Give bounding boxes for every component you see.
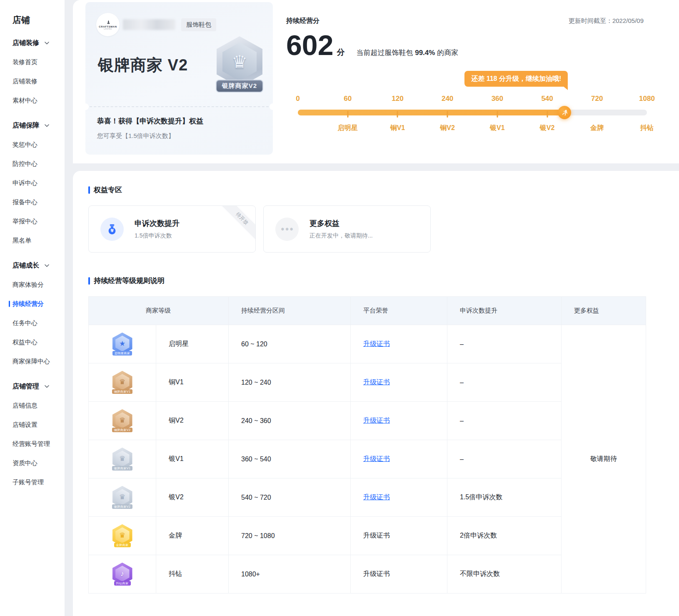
sidebar-item-12[interactable]: 商家体验分	[12, 275, 65, 294]
benefit-card-desc: 正在开发中，敬请期待...	[310, 232, 373, 240]
sidebar-item-3[interactable]: 素材中心	[12, 91, 65, 110]
sidebar-item-20[interactable]: 经营账号管理	[12, 434, 65, 453]
sidebar-group-0[interactable]: 店铺装修	[12, 33, 65, 53]
progress-level-label-5: 金牌	[590, 124, 604, 133]
shop-avatar: CRAFTSMAN LAONU	[96, 13, 120, 36]
chevron-down-icon	[45, 264, 49, 267]
col-header-appeal: 申诉次数提升	[447, 297, 562, 325]
star-badge-icon: ★启明星商家	[112, 333, 132, 356]
shop-name-redacted	[123, 19, 175, 30]
progress-notch	[497, 111, 498, 118]
sidebar-group-4[interactable]: 店铺保障	[12, 116, 65, 135]
badge-label: 抖钻商家	[114, 581, 131, 586]
level-name-cell: 抖钻	[156, 555, 229, 593]
sidebar-item-1[interactable]: 装修首页	[12, 53, 65, 72]
sidebar-group-11[interactable]: 店铺成长	[12, 256, 65, 275]
congrats-title: 恭喜！获得【申诉次数提升】权益	[97, 116, 203, 126]
sidebar-item-10[interactable]: 黑名单	[12, 231, 65, 250]
level-badge-cell: ♛银牌商家V1	[89, 440, 156, 478]
sidebar-item-13[interactable]: 持续经营分	[12, 294, 65, 313]
category-tag: 服饰鞋包	[181, 18, 216, 31]
badge-label: 银牌商家V2	[112, 504, 133, 509]
upgrade-certificate-link[interactable]: 升级证书	[363, 493, 390, 501]
chevron-down-icon	[45, 385, 49, 388]
benefit-card-more[interactable]: ••• 更多权益 正在开发中，敬请期待...	[263, 205, 431, 253]
updated-time: 更新时间截至：2022/05/09	[569, 17, 644, 25]
honor-cell: 升级证书	[351, 440, 447, 478]
sidebar-item-16[interactable]: 商家保障中心	[12, 352, 65, 371]
sidebar-label: 奖惩中心	[12, 141, 37, 149]
honor-cell: 升级证书	[351, 517, 447, 555]
progress-tick-720: 720	[591, 95, 603, 103]
sidebar-item-15[interactable]: 权益中心	[12, 333, 65, 352]
sidebar-item-6[interactable]: 防控中心	[12, 154, 65, 173]
sidebar-group-17[interactable]: 店铺管理	[12, 377, 65, 396]
shop-logo-subtext: LAONU	[104, 28, 112, 30]
crown-badge-icon: ♛铜牌商家V1	[112, 371, 133, 394]
sidebar-label: 报备中心	[12, 198, 37, 206]
sidebar-label: 任务中心	[12, 319, 37, 327]
col-header-level: 商家等级	[89, 297, 229, 325]
level-badge-cell: ♛铜牌商家V1	[89, 363, 156, 402]
progress-level-label-3: 银V1	[490, 124, 505, 133]
honor-cell: 升级证书	[351, 555, 447, 593]
sidebar-title: 店铺	[12, 14, 65, 26]
sidebar-item-21[interactable]: 资质中心	[12, 453, 65, 473]
sidebar-label: 装修首页	[12, 58, 37, 66]
score-panel: 持续经营分 更新时间截至：2022/05/09 602 分 当前超过服饰鞋包 9…	[286, 0, 679, 163]
level-badge-cell: ♛金牌商家	[89, 517, 156, 555]
upgrade-certificate-link[interactable]: 升级证书	[363, 455, 390, 462]
badge-label: 金牌商家	[114, 543, 131, 548]
sidebar: 店铺 店铺装修装修首页店铺装修素材中心店铺保障奖惩中心防控中心申诉中心报备中心举…	[0, 0, 65, 616]
sidebar-item-18[interactable]: 店铺信息	[12, 396, 65, 415]
score-range-cell: 60 ~ 120	[229, 325, 351, 363]
pending-ribbon: 待开放	[218, 205, 256, 242]
music-note-badge-icon: ♪抖钻商家	[112, 563, 132, 586]
honor-cell: 升级证书	[351, 478, 447, 517]
score-row: 602 分 当前超过服饰鞋包 99.4% 的商家	[286, 31, 458, 59]
appeal-boost-cell: 1.5倍申诉次数	[447, 478, 562, 517]
sidebar-label: 店铺装修	[12, 78, 37, 85]
benefit-card-appeal-boost[interactable]: ¥ 申诉次数提升 1.5倍申诉次数 待开放	[88, 205, 256, 253]
score-panel-head: 持续经营分 更新时间截至：2022/05/09	[286, 17, 644, 25]
sidebar-label: 权益中心	[12, 338, 37, 346]
upgrade-certificate-link[interactable]: 升级证书	[363, 378, 390, 386]
upgrade-certificate-link[interactable]: 升级证书	[363, 417, 390, 424]
score-rank-percent: 99.4%	[415, 49, 435, 57]
appeal-boost-cell: 2倍申诉次数	[447, 517, 562, 555]
sidebar-label: 店铺成长	[12, 261, 39, 270]
sidebar-nav: 店铺装修装修首页店铺装修素材中心店铺保障奖惩中心防控中心申诉中心报备中心举报中心…	[12, 33, 65, 492]
benefit-card-title: 申诉次数提升	[135, 218, 180, 228]
merchant-card-head: CRAFTSMAN LAONU 服饰鞋包	[96, 13, 216, 36]
sidebar-item-14[interactable]: 任务中心	[12, 313, 65, 333]
sidebar-item-7[interactable]: 申诉中心	[12, 173, 65, 193]
upgrade-certificate-text: 升级证书	[363, 532, 390, 539]
badge-label: 铜牌商家V1	[112, 389, 133, 394]
sidebar-item-5[interactable]: 奖惩中心	[12, 135, 65, 154]
sidebar-label: 举报中心	[12, 218, 37, 225]
sidebar-item-8[interactable]: 报备中心	[12, 193, 65, 212]
upgrade-certificate-text: 升级证书	[363, 570, 390, 577]
score-range-cell: 540 ~ 720	[229, 478, 351, 517]
sidebar-item-9[interactable]: 举报中心	[12, 212, 65, 231]
col-header-honor: 平台荣誉	[351, 297, 447, 325]
appeal-boost-cell: –	[447, 325, 562, 363]
level-badge-cell: ★启明星商家	[89, 325, 156, 363]
crown-icon: ♛	[232, 52, 247, 72]
benefit-card-texts: 更多权益 正在开发中，敬请期待...	[310, 218, 373, 240]
sidebar-label: 经营账号管理	[12, 440, 50, 448]
progress-tick-240: 240	[442, 95, 453, 103]
sidebar-item-22[interactable]: 子账号管理	[12, 473, 65, 492]
divider-notch-right	[270, 103, 276, 110]
dashed-divider	[85, 106, 273, 107]
sidebar-item-19[interactable]: 店铺设置	[12, 415, 65, 434]
sidebar-label: 持续经营分	[12, 300, 44, 308]
section-title-accent-bar	[88, 277, 90, 285]
crown-badge-icon: ♛银牌商家V2	[112, 486, 133, 509]
ellipsis-icon: •••	[275, 218, 299, 241]
sidebar-item-2[interactable]: 店铺装修	[12, 72, 65, 91]
score-rank-suffix: 的商家	[435, 49, 458, 57]
progress-tick-360: 360	[492, 95, 503, 103]
score-range-cell: 240 ~ 360	[229, 402, 351, 440]
upgrade-certificate-link[interactable]: 升级证书	[363, 340, 390, 347]
